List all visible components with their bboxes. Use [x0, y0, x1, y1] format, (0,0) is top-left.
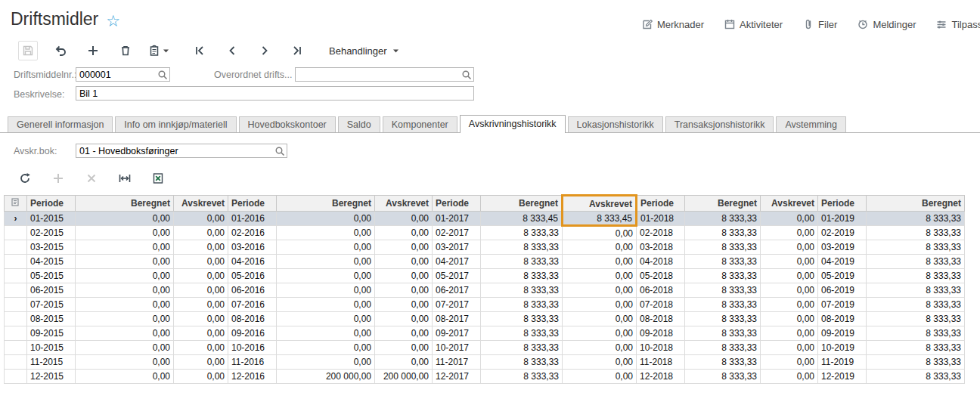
- grid-cell[interactable]: 10-2018: [637, 341, 685, 355]
- grid-cell[interactable]: 03-2019: [818, 240, 867, 255]
- grid-cell[interactable]: 200 000,00: [277, 370, 375, 384]
- grid-cell[interactable]: 02-2016: [228, 226, 277, 240]
- grid-cell[interactable]: 0,00: [174, 326, 228, 341]
- grid-cell[interactable]: 10-2015: [27, 341, 76, 355]
- go-last-button[interactable]: [287, 41, 307, 60]
- grid-cell[interactable]: 0,00: [375, 283, 433, 298]
- grid-cell[interactable]: 09-2015: [27, 326, 76, 341]
- grid-cell[interactable]: 10-2019: [818, 341, 867, 355]
- grid-cell[interactable]: 06-2019: [818, 283, 867, 298]
- column-header-3-periode[interactable]: Periode: [228, 196, 277, 212]
- grid-cell[interactable]: 8 333,33: [685, 370, 761, 384]
- grid-cell[interactable]: 0,00: [277, 341, 375, 355]
- column-header-13-beregnet[interactable]: Beregnet: [867, 196, 965, 212]
- tab-saldo[interactable]: Saldo: [338, 116, 380, 132]
- grid-cell[interactable]: 0,00: [76, 326, 174, 341]
- grid-cell[interactable]: 04-2018: [637, 255, 685, 269]
- driftsmiddelnr-field[interactable]: 000001: [76, 67, 170, 82]
- grid-cell[interactable]: 0,00: [174, 298, 228, 312]
- grid-cell[interactable]: 0,00: [277, 226, 375, 240]
- grid-cell[interactable]: 08-2017: [433, 312, 481, 326]
- grid-cell[interactable]: 0,00: [277, 355, 375, 370]
- grid-cell[interactable]: 0,00: [76, 312, 174, 326]
- grid-cell[interactable]: 0,00: [76, 283, 174, 298]
- grid-cell[interactable]: 8 333,33: [481, 341, 563, 355]
- grid-cell[interactable]: 02-2018: [637, 226, 685, 240]
- grid-cell[interactable]: 08-2018: [637, 312, 685, 326]
- grid-cell[interactable]: 8 333,33: [481, 255, 563, 269]
- grid-cell[interactable]: 8 333,33: [867, 212, 965, 226]
- grid-cell[interactable]: 0,00: [761, 298, 818, 312]
- grid-row-11-2015[interactable]: 11-20150,000,0011-20160,000,0011-20178 3…: [5, 355, 965, 370]
- refresh-button[interactable]: [15, 169, 35, 188]
- grid-cell[interactable]: 0,00: [375, 226, 433, 240]
- grid-cell[interactable]: 8 333,45: [563, 212, 637, 226]
- header-menu-merknader[interactable]: Merknader: [641, 18, 704, 30]
- grid-cell[interactable]: 8 333,33: [481, 370, 563, 384]
- grid-cell[interactable]: 0,00: [761, 212, 818, 226]
- grid-cell[interactable]: 0,00: [375, 298, 433, 312]
- column-header-11-avskrevet[interactable]: Avskrevet: [761, 196, 818, 212]
- grid-cell[interactable]: 09-2017: [433, 326, 481, 341]
- grid-cell[interactable]: 8 333,33: [685, 355, 761, 370]
- column-header-7-beregnet[interactable]: Beregnet: [481, 196, 563, 212]
- save-button[interactable]: [18, 41, 38, 60]
- grid-cell[interactable]: 0,00: [76, 298, 174, 312]
- grid-cell[interactable]: 02-2015: [27, 226, 76, 240]
- grid-cell[interactable]: 04-2017: [433, 255, 481, 269]
- grid-cell[interactable]: 06-2018: [637, 283, 685, 298]
- grid-cell[interactable]: 01-2019: [818, 212, 867, 226]
- grid-row-02-2015[interactable]: 02-20150,000,0002-20160,000,0002-20178 3…: [5, 226, 965, 240]
- grid-cell[interactable]: 8 333,33: [481, 269, 563, 283]
- grid-cell[interactable]: 0,00: [563, 341, 637, 355]
- favorite-star-icon[interactable]: ☆: [106, 13, 120, 29]
- grid-cell[interactable]: 0,00: [277, 269, 375, 283]
- grid-cell[interactable]: 0,00: [174, 226, 228, 240]
- add-row-button[interactable]: [48, 169, 68, 188]
- grid-cell[interactable]: 0,00: [76, 240, 174, 255]
- grid-cell[interactable]: 09-2019: [818, 326, 867, 341]
- grid-cell[interactable]: 05-2017: [433, 269, 481, 283]
- grid-cell[interactable]: 0,00: [375, 341, 433, 355]
- grid-cell[interactable]: 0,00: [174, 355, 228, 370]
- grid-row-06-2015[interactable]: 06-20150,000,0006-20160,000,0006-20178 3…: [5, 283, 965, 298]
- grid-cell[interactable]: 8 333,33: [867, 341, 965, 355]
- grid-cell[interactable]: 8 333,33: [685, 298, 761, 312]
- grid-cell[interactable]: 8 333,33: [867, 240, 965, 255]
- grid-row-09-2015[interactable]: 09-20150,000,0009-20160,000,0009-20178 3…: [5, 326, 965, 341]
- grid-cell[interactable]: 0,00: [277, 312, 375, 326]
- grid-cell[interactable]: 0,00: [563, 298, 637, 312]
- column-header-2-avskrevet[interactable]: Avskrevet: [174, 196, 228, 212]
- grid-cell[interactable]: 0,00: [375, 240, 433, 255]
- grid-cell[interactable]: 11-2016: [228, 355, 277, 370]
- grid-cell[interactable]: 0,00: [761, 326, 818, 341]
- grid-cell[interactable]: 11-2018: [637, 355, 685, 370]
- delete-row-button[interactable]: [82, 169, 101, 188]
- header-menu-meldinger[interactable]: Meldinger: [857, 18, 916, 30]
- tab-transaksjonshistorikk[interactable]: Transaksjonshistorikk: [665, 116, 774, 132]
- grid-cell[interactable]: 8 333,33: [481, 326, 563, 341]
- avskrbok-select[interactable]: 01 - Hovedboksføringer: [76, 144, 287, 158]
- grid-cell[interactable]: 10-2016: [228, 341, 277, 355]
- go-first-button[interactable]: [190, 41, 209, 60]
- grid-cell[interactable]: 07-2018: [637, 298, 685, 312]
- tab-lokasjonshistorikk[interactable]: Lokasjonshistorikk: [568, 116, 663, 132]
- grid-cell[interactable]: 11-2015: [27, 355, 76, 370]
- grid-cell[interactable]: 0,00: [174, 283, 228, 298]
- grid-cell[interactable]: 0,00: [563, 226, 637, 240]
- grid-cell[interactable]: 0,00: [375, 312, 433, 326]
- grid-cell[interactable]: 06-2017: [433, 283, 481, 298]
- grid-cell[interactable]: 8 333,33: [867, 312, 965, 326]
- column-header-8-avskrevet[interactable]: Avskrevet: [563, 196, 637, 212]
- grid-cell[interactable]: 0,00: [375, 326, 433, 341]
- grid-cell[interactable]: 0,00: [174, 341, 228, 355]
- column-header-12-periode[interactable]: Periode: [818, 196, 867, 212]
- grid-cell[interactable]: 07-2017: [433, 298, 481, 312]
- grid-cell[interactable]: 03-2018: [637, 240, 685, 255]
- grid-cell[interactable]: 8 333,33: [685, 312, 761, 326]
- grid-cell[interactable]: 0,00: [761, 312, 818, 326]
- grid-cell[interactable]: 12-2017: [433, 370, 481, 384]
- lookup-magnifier-icon[interactable]: [157, 70, 168, 82]
- header-menu-aktiviteter[interactable]: Aktiviteter: [724, 18, 783, 30]
- grid-cell[interactable]: 09-2016: [228, 326, 277, 341]
